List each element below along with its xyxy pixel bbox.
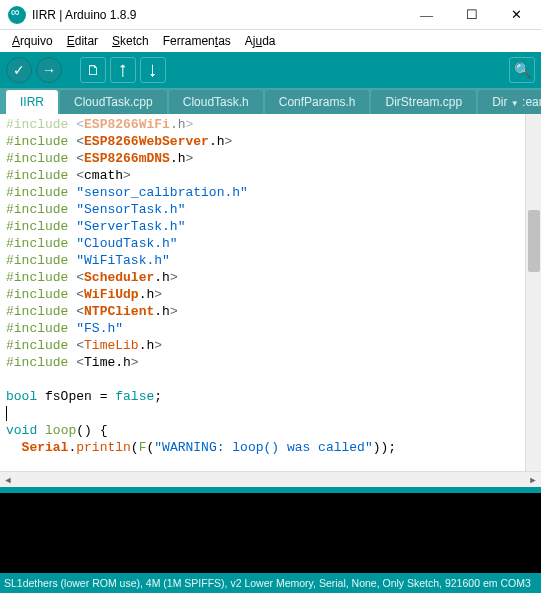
- title-bar: IIRR | Arduino 1.8.9 — ☐ ✕: [0, 0, 541, 30]
- tab-cloudtask-cpp[interactable]: CloudTask.cpp: [60, 90, 167, 114]
- scrollbar-thumb[interactable]: [528, 210, 540, 272]
- verify-button[interactable]: ✓: [6, 57, 32, 83]
- tab-dirstream-cpp[interactable]: DirStream.cpp: [371, 90, 476, 114]
- status-bar: SL1dethers (lower ROM use), 4M (1M SPIFF…: [0, 573, 541, 593]
- maximize-button[interactable]: ☐: [449, 0, 494, 30]
- vertical-scrollbar[interactable]: [525, 114, 541, 471]
- tab-confparams-h[interactable]: ConfParams.h: [265, 90, 370, 114]
- minimize-button[interactable]: —: [404, 0, 449, 30]
- window-controls: — ☐ ✕: [404, 0, 539, 30]
- serial-monitor-button[interactable]: 🔍: [509, 57, 535, 83]
- tab-iirr[interactable]: IIRR: [6, 90, 58, 114]
- horizontal-scrollbar[interactable]: ◄ ►: [0, 471, 541, 487]
- window-title: IIRR | Arduino 1.8.9: [32, 8, 404, 22]
- tab-bar: IIRR CloudTask.cpp CloudTask.h ConfParam…: [0, 88, 541, 114]
- scroll-right-icon[interactable]: ►: [525, 472, 541, 488]
- arduino-logo-icon: [8, 6, 26, 24]
- save-button[interactable]: ⭣: [140, 57, 166, 83]
- console-output: [0, 493, 541, 573]
- toolbar: ✓ → 🗋 ⭡ ⭣ 🔍: [0, 52, 541, 88]
- menu-editar[interactable]: Editar: [61, 32, 104, 50]
- upload-button[interactable]: →: [36, 57, 62, 83]
- open-button[interactable]: ⭡: [110, 57, 136, 83]
- menu-arquivo[interactable]: Arquivo: [6, 32, 59, 50]
- menu-ajuda[interactable]: Ajuda: [239, 32, 282, 50]
- tab-cloudtask-h[interactable]: CloudTask.h: [169, 90, 263, 114]
- new-button[interactable]: 🗋: [80, 57, 106, 83]
- close-button[interactable]: ✕: [494, 0, 539, 30]
- menu-bar: Arquivo Editar Sketch Ferramentas Ajuda: [0, 30, 541, 52]
- menu-sketch[interactable]: Sketch: [106, 32, 155, 50]
- tab-dirstream[interactable]: Dir ▼ :eam: [478, 90, 541, 114]
- scroll-left-icon[interactable]: ◄: [0, 472, 16, 488]
- code-editor[interactable]: #include <ESP8266WiFi.h> #include <ESP82…: [0, 114, 541, 471]
- menu-ferramentas[interactable]: Ferramentas: [157, 32, 237, 50]
- editor-area: #include <ESP8266WiFi.h> #include <ESP82…: [0, 114, 541, 487]
